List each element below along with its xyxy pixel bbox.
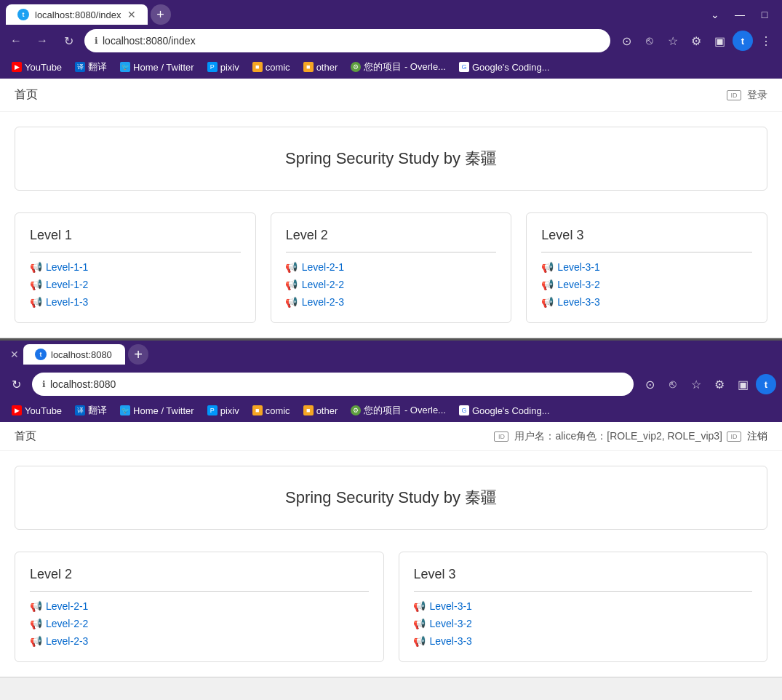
reload-button-1[interactable]: ↻ [58, 31, 79, 51]
extensions-icon[interactable]: ⚙ [686, 31, 706, 51]
comic-favicon-2: ■ [252, 405, 263, 415]
tab-label-2: localhost:8080 [51, 349, 112, 360]
toolbar-icons-1: ⊙ ⎋ ☆ ⚙ ▣ t ⋮ [616, 31, 776, 51]
list-item[interactable]: 📢 Level-3-3 [541, 296, 752, 308]
minimize-button[interactable]: — [728, 4, 751, 25]
tab-close-1[interactable]: ✕ [127, 9, 136, 20]
list-item[interactable]: 📢 Level-2-3 [30, 635, 369, 647]
share-icon-2[interactable]: ⎋ [663, 374, 683, 394]
address-bar-1[interactable]: ℹ localhost:8080/index [84, 29, 610, 52]
pixiv-favicon: P [207, 62, 218, 72]
list-item[interactable]: 📢 Level-3-2 [541, 279, 752, 290]
megaphone-icon: 📢 [286, 261, 298, 273]
id-card-icon-logout: ID [727, 431, 741, 442]
back-button-1[interactable]: ← [6, 31, 26, 51]
forward-button-1[interactable]: → [32, 31, 52, 51]
megaphone-icon: 📢 [541, 296, 553, 308]
active-tab-2[interactable]: t localhost:8080 [23, 344, 125, 365]
tab-close-x-2[interactable]: ✕ [6, 346, 23, 363]
list-item[interactable]: 📢 Level-2-3 [286, 296, 497, 308]
hero-title-1: Spring Security Study by 秦疆 [285, 149, 497, 167]
level-card-1: Level 1 📢 Level-1-1 📢 Level-1-2 📢 Level-… [15, 212, 256, 323]
nav-home-link-2[interactable]: 首页 [15, 429, 36, 443]
list-item[interactable]: 📢 Level-1-2 [30, 279, 241, 290]
tab-favicon-2: t [35, 349, 47, 360]
translate-icon-2[interactable]: ⊙ [639, 374, 660, 394]
more-menu-icon[interactable]: ⋮ [756, 31, 776, 51]
megaphone-icon: 📢 [541, 279, 553, 290]
tab-bar-2: ✕ t localhost:8080 + [0, 341, 782, 368]
level-3b-title: Level 3 [414, 567, 753, 592]
bookmark-star-icon[interactable]: ☆ [663, 31, 683, 51]
maximize-button[interactable]: □ [753, 4, 776, 25]
extensions-icon-2[interactable]: ⚙ [709, 374, 730, 394]
bookmark-other[interactable]: ■ other [298, 60, 344, 74]
list-item[interactable]: 📢 Level-3-3 [414, 635, 753, 647]
bookmark-overle[interactable]: ⚙ 您的项目 - Overle... [345, 59, 452, 75]
bookmark-youtube[interactable]: ▶ YouTube [6, 60, 68, 74]
wallet-icon[interactable]: ▣ [709, 31, 730, 51]
address-bar-row-2: ↻ ℹ localhost:8080 ⊙ ⎋ ☆ ⚙ ▣ t [0, 368, 782, 400]
wallet-icon-2[interactable]: ▣ [733, 374, 753, 394]
list-item[interactable]: 📢 Level-3-2 [414, 618, 753, 629]
new-tab-button-2[interactable]: + [128, 344, 148, 365]
active-tab-1[interactable]: t localhost:8080/index ✕ [6, 4, 148, 25]
bookmark-fanyi[interactable]: 译 翻译 [69, 59, 113, 75]
list-item[interactable]: 📢 Level-1-1 [30, 261, 241, 273]
list-item[interactable]: 📢 Level-2-1 [30, 600, 369, 612]
level-1-link-2: Level-1-2 [46, 279, 88, 290]
list-item[interactable]: 📢 Level-1-3 [30, 296, 241, 308]
bookmark-pixiv[interactable]: P pixiv [202, 60, 245, 74]
level-3b-link-2: Level-3-2 [430, 618, 472, 629]
list-item[interactable]: 📢 Level-3-1 [414, 600, 753, 612]
level-card-2b: Level 2 📢 Level-2-1 📢 Level-2-2 📢 Level-… [15, 552, 384, 662]
nav-right-1: ID 登录 [727, 89, 767, 102]
translate-icon[interactable]: ⊙ [616, 31, 637, 51]
bookmark-fanyi-2[interactable]: 译 翻译 [69, 402, 113, 418]
level-1-link-1: Level-1-1 [46, 261, 88, 273]
nav-home-link-1[interactable]: 首页 [15, 87, 38, 103]
megaphone-icon: 📢 [30, 600, 41, 612]
megaphone-icon: 📢 [414, 635, 426, 647]
profile-icon-2[interactable]: t [756, 374, 776, 394]
bookmark-pixiv-label: pixiv [220, 62, 239, 73]
address-bar-2[interactable]: ℹ localhost:8080 [32, 373, 634, 396]
google-favicon: G [459, 62, 469, 72]
bookmark-comic-2[interactable]: ■ comic [247, 404, 296, 418]
level-2b-link-2: Level-2-2 [46, 618, 88, 629]
bookmark-twitter-2[interactable]: 🐦 Home / Twitter [114, 404, 200, 418]
page-hero-2: Spring Security Study by 秦疆 [15, 466, 767, 530]
bookmark-youtube-2[interactable]: ▶ YouTube [6, 404, 68, 418]
level-1-link-3: Level-1-3 [46, 296, 88, 308]
bookmark-star-icon-2[interactable]: ☆ [686, 374, 706, 394]
pixiv-favicon-2: P [207, 405, 218, 415]
list-item[interactable]: 📢 Level-2-1 [286, 261, 497, 273]
bookmark-other-2[interactable]: ■ other [298, 404, 344, 418]
list-item[interactable]: 📢 Level-3-1 [541, 261, 752, 273]
user-info-text: 用户名：alice角色：[ROLE_vip2, ROLE_vip3] [514, 430, 722, 443]
login-link[interactable]: 登录 [747, 89, 767, 102]
megaphone-icon: 📢 [30, 279, 41, 290]
bookmark-comic[interactable]: ■ comic [247, 60, 296, 74]
bookmark-pixiv-2[interactable]: P pixiv [202, 404, 245, 418]
bookmark-fanyi-label: 翻译 [88, 60, 107, 73]
share-icon[interactable]: ⎋ [639, 31, 660, 51]
bookmark-google[interactable]: G Google's Coding... [453, 60, 556, 74]
new-tab-button-1[interactable]: + [151, 4, 171, 25]
bookmark-twitter[interactable]: 🐦 Home / Twitter [114, 60, 200, 74]
other-favicon-2: ■ [303, 405, 314, 415]
list-item[interactable]: 📢 Level-2-2 [286, 279, 497, 290]
list-item[interactable]: 📢 Level-2-2 [30, 618, 369, 629]
chevron-down-icon[interactable]: ⌄ [703, 4, 727, 25]
profile-icon-1[interactable]: t [733, 31, 753, 51]
bookmark-google-2[interactable]: G Google's Coding... [453, 404, 556, 418]
bookmark-other-label: other [316, 62, 338, 73]
overle-favicon: ⚙ [351, 62, 361, 72]
tab-favicon-1: t [17, 9, 29, 20]
logout-link[interactable]: 注销 [747, 430, 767, 443]
megaphone-icon: 📢 [414, 600, 426, 612]
reload-button-2[interactable]: ↻ [6, 374, 26, 394]
address-text-1: localhost:8080/index [103, 35, 196, 47]
level-2b-links: 📢 Level-2-1 📢 Level-2-2 📢 Level-2-3 [30, 600, 369, 647]
bookmark-overle-2[interactable]: ⚙ 您的项目 - Overle... [345, 402, 452, 418]
